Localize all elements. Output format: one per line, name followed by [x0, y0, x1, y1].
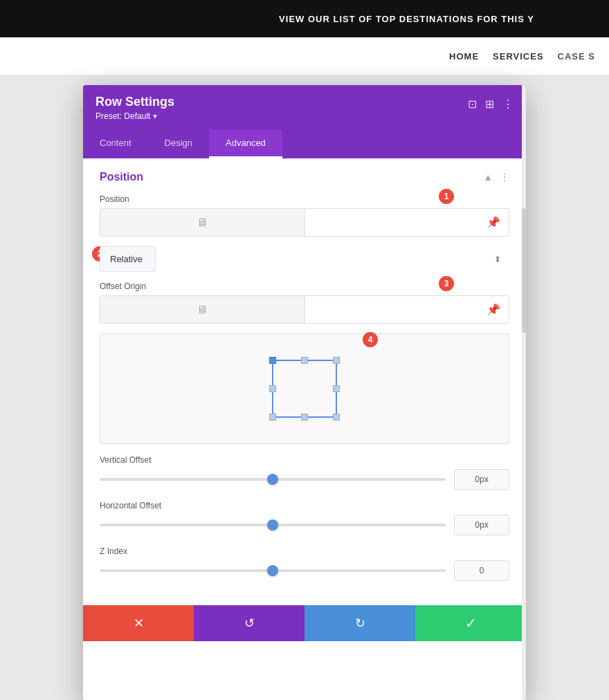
announcement-text: VIEW OUR LIST OF TOP DESTINATIONS FOR TH…	[279, 14, 534, 24]
relative-dropdown-wrapper: Relative Absolute Fixed Static ⬍	[100, 246, 509, 272]
position-pin-input[interactable]: 📌	[305, 209, 509, 236]
monitor-icon-2: 🖥	[197, 304, 208, 316]
position-section: Position ▲ ⋮ Position 1 🖥	[83, 158, 526, 605]
top-bar: VIEW OUR LIST OF TOP DESTINATIONS FOR TH…	[0, 0, 609, 37]
relative-dropdown-row: 2 Relative Absolute Fixed Static ⬍	[100, 246, 509, 272]
modal-preset[interactable]: Preset: Default ▾	[96, 111, 174, 121]
z-index-label: Z Index	[100, 546, 509, 556]
save-button[interactable]: ✓	[415, 605, 526, 641]
scrollbar-thumb[interactable]	[522, 208, 526, 333]
nav-bar: HOME SERVICES CASE S	[0, 37, 609, 75]
handle-middle-left[interactable]	[269, 385, 276, 392]
position-diagram[interactable]	[100, 333, 509, 444]
row-settings-modal: Row Settings Preset: Default ▾ ⊡ ⊞ ⋮ Con…	[83, 85, 526, 700]
horizontal-offset-thumb[interactable]	[267, 519, 278, 531]
z-index-track-bg	[100, 569, 446, 572]
position-type-select[interactable]: Relative Absolute Fixed Static	[100, 246, 156, 272]
modal-title-area: Row Settings Preset: Default ▾	[96, 95, 174, 121]
scrollbar[interactable]	[522, 85, 526, 700]
z-index-input[interactable]	[454, 560, 509, 581]
offset-pin-input[interactable]: 📌	[305, 296, 509, 323]
horizontal-offset-row: Horizontal Offset	[100, 501, 509, 535]
vertical-offset-row: Vertical Offset	[100, 455, 509, 490]
offset-desktop-input[interactable]: 🖥	[100, 296, 305, 323]
badge-3: 3	[439, 276, 454, 291]
horizontal-offset-track-bg	[100, 524, 446, 526]
modal-header-icons: ⊡ ⊞ ⋮	[468, 95, 513, 111]
modal-content: Position ▲ ⋮ Position 1 🖥	[83, 158, 526, 605]
reset-button[interactable]: ↺	[194, 605, 304, 641]
handle-bottom-right[interactable]	[333, 414, 340, 421]
vertical-offset-track[interactable]	[100, 478, 446, 481]
handle-top-center[interactable]	[301, 357, 308, 364]
handle-bottom-center[interactable]	[301, 414, 308, 421]
vertical-offset-thumb[interactable]	[267, 474, 278, 485]
diagram-box	[266, 354, 343, 423]
tab-advanced[interactable]: Advanced	[209, 129, 282, 158]
horizontal-offset-slider-container	[100, 515, 509, 535]
pin-icon-2: 📌	[487, 303, 500, 316]
bottom-bar: ✕ ↺ ↻ ✓	[83, 605, 526, 641]
redo-button[interactable]: ↻	[304, 605, 415, 641]
offset-origin-field: Offset Origin 3 🖥 📌	[100, 282, 509, 324]
fullscreen-icon[interactable]: ⊡	[468, 98, 477, 111]
horizontal-offset-input[interactable]	[454, 515, 509, 535]
section-title: Position	[100, 171, 143, 183]
horizontal-offset-track[interactable]	[100, 524, 446, 526]
nav-home[interactable]: HOME	[449, 51, 479, 62]
badge-1: 1	[439, 189, 454, 204]
layout-icon[interactable]: ⊞	[485, 98, 494, 111]
nav-case[interactable]: CASE S	[558, 51, 595, 62]
offset-origin-input-row: 🖥 📌	[100, 295, 509, 324]
tab-design[interactable]: Design	[148, 129, 209, 158]
handle-top-left[interactable]	[269, 357, 276, 364]
tab-content[interactable]: Content	[83, 129, 148, 158]
vertical-offset-slider-container	[100, 469, 509, 490]
horizontal-offset-label: Horizontal Offset	[100, 501, 509, 510]
section-more-icon[interactable]: ⋮	[500, 172, 509, 183]
z-index-track[interactable]	[100, 569, 446, 572]
badge-4: 4	[363, 332, 378, 347]
vertical-offset-label: Vertical Offset	[100, 455, 509, 465]
cancel-button[interactable]: ✕	[83, 605, 194, 641]
handle-bottom-left[interactable]	[269, 414, 276, 421]
vertical-offset-track-bg	[100, 478, 446, 481]
dropdown-arrow-icon: ⬍	[494, 255, 501, 264]
collapse-icon[interactable]: ▲	[483, 172, 493, 183]
handle-top-right[interactable]	[333, 357, 340, 364]
modal-title: Row Settings	[96, 95, 174, 109]
position-diagram-container: 4	[100, 333, 509, 444]
modal-header: Row Settings Preset: Default ▾ ⊡ ⊞ ⋮	[83, 85, 526, 129]
section-controls: ▲ ⋮	[483, 172, 509, 183]
more-icon[interactable]: ⋮	[502, 98, 513, 111]
tabs: Content Design Advanced	[83, 129, 526, 158]
vertical-offset-input[interactable]	[454, 469, 509, 490]
position-desktop-input[interactable]: 🖥	[100, 209, 305, 236]
z-index-slider-container	[100, 560, 509, 581]
nav-services[interactable]: SERVICES	[493, 51, 544, 62]
main-area: Row Settings Preset: Default ▾ ⊡ ⊞ ⋮ Con…	[0, 75, 609, 700]
section-header: Position ▲ ⋮	[100, 171, 509, 183]
position-input-row: 🖥 📌	[100, 208, 509, 237]
z-index-row: Z Index	[100, 546, 509, 581]
z-index-thumb[interactable]	[267, 565, 278, 576]
monitor-icon: 🖥	[197, 217, 208, 229]
position-field: Position 1 🖥 📌	[100, 194, 509, 237]
pin-icon: 📌	[487, 216, 500, 229]
handle-middle-right[interactable]	[333, 385, 340, 392]
diagram-border	[272, 360, 337, 418]
